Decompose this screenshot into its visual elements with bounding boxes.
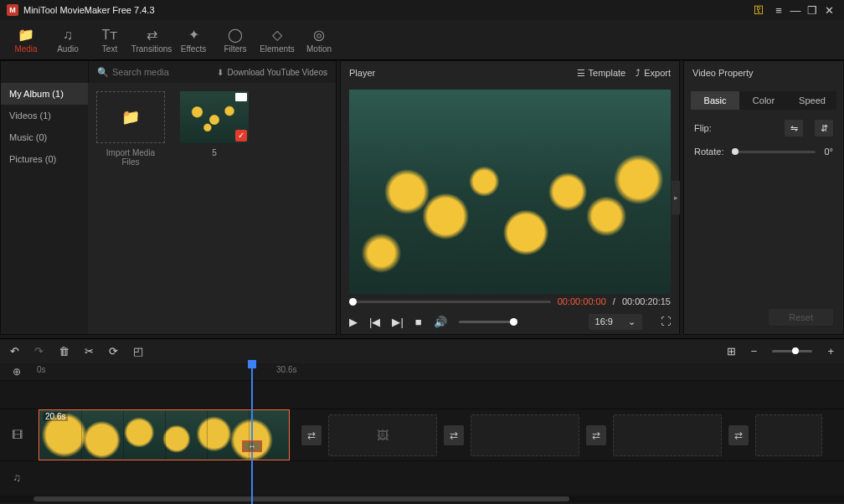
music-note-icon: ♫: [47, 28, 89, 43]
main-toolbar: 📁 Media ♫ Audio Tᴛ Text ⇄ Transitions ✦ …: [0, 20, 844, 60]
tab-transitions-label: Transitions: [131, 44, 172, 54]
transition-slot-3[interactable]: ⇄: [586, 425, 606, 445]
tab-audio[interactable]: ♫ Audio: [47, 26, 89, 54]
player-title: Player: [349, 68, 567, 78]
minimize-button[interactable]: —: [787, 4, 804, 17]
clip-split-handle[interactable]: ↔: [242, 440, 262, 452]
timeline-playhead[interactable]: [251, 363, 253, 504]
close-button[interactable]: ✕: [821, 4, 837, 17]
upgrade-key-icon[interactable]: ⚿: [750, 4, 767, 16]
chevron-down-icon: ⌄: [628, 316, 636, 327]
aspect-ratio-select[interactable]: 16:9 ⌄: [589, 314, 642, 330]
media-sidebar: My Album (1) Videos (1) Music (0) Pictur…: [1, 83, 88, 334]
zoom-out-button[interactable]: −: [751, 345, 758, 357]
video-preview[interactable]: [349, 90, 671, 294]
drop-zone-3[interactable]: [613, 414, 722, 456]
template-icon: ☰: [577, 68, 585, 79]
transition-slot-1[interactable]: ⇄: [301, 425, 322, 445]
zoom-in-button[interactable]: +: [827, 345, 834, 357]
flip-horizontal-button[interactable]: ⇋: [785, 120, 803, 136]
add-track-button[interactable]: ⊕: [0, 366, 33, 378]
fullscreen-button[interactable]: ⛶: [661, 316, 671, 327]
tab-elements-label: Elements: [256, 44, 298, 54]
template-label: Template: [589, 68, 626, 78]
redo-button[interactable]: ↷: [34, 345, 44, 357]
tab-elements[interactable]: ◇ Elements: [256, 26, 298, 54]
sidebar-item-my-album[interactable]: My Album (1): [1, 83, 88, 105]
play-button[interactable]: ▶: [349, 316, 358, 328]
tab-basic[interactable]: Basic: [691, 91, 739, 110]
audio-track[interactable]: ♫: [0, 460, 844, 494]
drop-zone-1[interactable]: 🖼: [328, 414, 437, 456]
reset-button[interactable]: Reset: [769, 309, 833, 326]
transition-slot-2[interactable]: ⇄: [444, 425, 464, 445]
tab-filters[interactable]: ◯ Filters: [214, 26, 256, 54]
media-clip-label: 5: [180, 148, 249, 157]
fit-zoom-button[interactable]: ⊞: [727, 345, 736, 357]
titlebar: M MiniTool MovieMaker Free 7.4.3 ⚿ ≡ — ❐…: [0, 0, 844, 20]
video-property-title: Video Property: [692, 68, 835, 78]
split-button[interactable]: ✂: [85, 345, 94, 357]
aspect-ratio-value: 16:9: [595, 316, 613, 327]
video-badge-icon: [235, 93, 247, 101]
timeline-ruler[interactable]: ⊕ 0s 30.6s ↔: [0, 363, 844, 380]
motion-icon: ◎: [298, 28, 340, 43]
drop-zone-4[interactable]: [755, 414, 822, 456]
timeline-scrollbar[interactable]: [0, 496, 844, 502]
tab-audio-label: Audio: [47, 44, 89, 54]
tab-effects-label: Effects: [172, 44, 214, 54]
zoom-slider[interactable]: [772, 350, 812, 352]
maximize-button[interactable]: ❐: [804, 4, 821, 17]
panel-expand-toggle[interactable]: ▸: [672, 181, 680, 214]
next-frame-button[interactable]: ▶|: [392, 316, 403, 328]
tab-motion[interactable]: ◎ Motion: [298, 26, 340, 54]
overlay-track[interactable]: [0, 380, 844, 409]
menu-icon[interactable]: ≡: [770, 4, 787, 17]
stop-button[interactable]: ■: [415, 316, 422, 328]
flip-vertical-button[interactable]: ⇵: [815, 120, 833, 136]
tab-text-label: Text: [89, 44, 131, 54]
sidebar-item-pictures[interactable]: Pictures (0): [1, 148, 88, 170]
tab-color[interactable]: Color: [739, 91, 788, 110]
export-button[interactable]: ⤴ Export: [636, 68, 671, 78]
tab-effects[interactable]: ✦ Effects: [172, 26, 214, 54]
sidebar-item-videos[interactable]: Videos (1): [1, 105, 88, 126]
media-panel: 🔍 ⬇ Download YouTube Videos My Album (1)…: [0, 60, 337, 335]
ruler-mark-thirty: 30.6s: [276, 365, 296, 374]
tab-speed[interactable]: Speed: [788, 91, 836, 110]
import-media-tile[interactable]: 📁 Import Media Files: [96, 91, 165, 167]
flip-label: Flip:: [694, 123, 712, 133]
app-logo-icon: M: [7, 4, 18, 16]
media-clip-tile[interactable]: ✓ 5: [180, 91, 249, 167]
search-input[interactable]: [112, 67, 213, 77]
video-track[interactable]: 🎞 20.6s ⇄ 🖼 ⇄ ⇄ ⇄: [0, 409, 844, 460]
download-youtube-link[interactable]: ⬇ Download YouTube Videos: [217, 68, 327, 77]
app-title: MiniTool MovieMaker Free 7.4.3: [23, 5, 155, 15]
transitions-icon: ⇄: [131, 28, 172, 43]
player-scrubber[interactable]: [349, 301, 551, 303]
folder-plus-icon: 📁: [121, 108, 140, 126]
template-button[interactable]: ☰ Template: [577, 68, 626, 79]
speed-button[interactable]: ⟳: [109, 345, 118, 357]
search-icon: 🔍: [97, 67, 109, 78]
filters-icon: ◯: [214, 28, 256, 43]
rotate-value: 0°: [824, 147, 833, 157]
tab-transitions[interactable]: ⇄ Transitions: [131, 26, 172, 54]
tab-text[interactable]: Tᴛ Text: [89, 26, 131, 54]
tab-media[interactable]: 📁 Media: [5, 26, 47, 54]
sidebar-item-music[interactable]: Music (0): [1, 126, 88, 148]
rotate-slider[interactable]: [732, 151, 816, 153]
video-track-icon: 🎞: [0, 429, 33, 441]
drop-zone-2[interactable]: [471, 414, 579, 456]
player-panel: Player ☰ Template ⤴ Export 00:00:00:00 /…: [340, 60, 680, 335]
undo-button[interactable]: ↶: [10, 345, 19, 357]
delete-button[interactable]: 🗑: [59, 345, 69, 357]
crop-button[interactable]: ◰: [133, 345, 143, 357]
checkmark-icon: ✓: [235, 130, 247, 141]
prev-frame-button[interactable]: |◀: [369, 316, 380, 328]
transition-slot-4[interactable]: ⇄: [728, 425, 749, 445]
volume-icon[interactable]: 🔊: [434, 316, 447, 328]
volume-slider[interactable]: [459, 321, 517, 323]
ruler-mark-zero: 0s: [37, 365, 46, 374]
tab-media-label: Media: [5, 44, 47, 54]
